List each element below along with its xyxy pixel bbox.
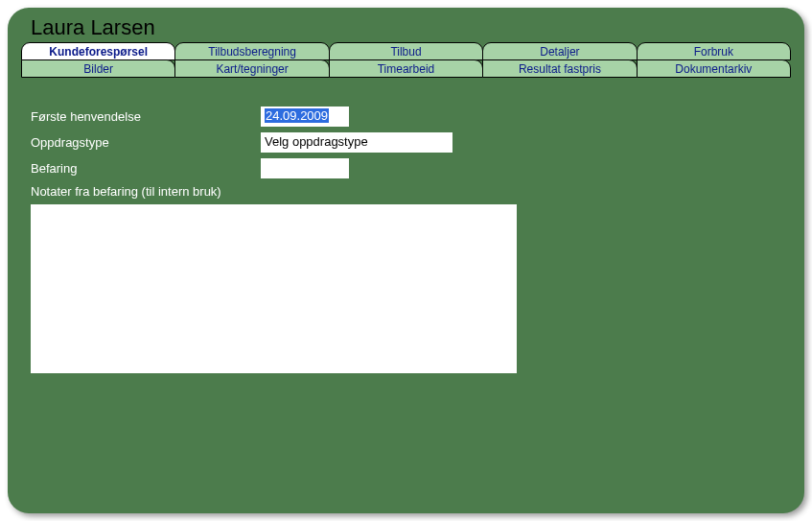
tab-dokumentarkiv[interactable]: Dokumentarkiv [637,59,791,78]
tab-tilbud[interactable]: Tilbud [329,42,483,60]
tabs-container: Kundeforespørsel Tilbudsberegning Tilbud… [8,42,804,78]
tab-row-2: Bilder Kart/tegninger Timearbeid Resulta… [21,59,791,78]
label-notes: Notater fra befaring (til intern bruk) [31,184,781,199]
tab-forbruk[interactable]: Forbruk [637,42,791,60]
label-inspection: Befaring [31,161,261,176]
label-assignment-type: Oppdragstype [31,135,261,150]
input-inspection-date[interactable] [261,158,349,178]
page-title: Laura Larsen [8,15,804,42]
row-assignment-type: Oppdragstype Velg oppdragstype [31,132,781,153]
first-contact-date-value: 24.09.2009 [265,108,329,123]
tab-kundeforesporsel[interactable]: Kundeforespørsel [21,42,175,60]
tab-detaljer[interactable]: Detaljer [482,42,637,60]
form-area: Første henvendelse 24.09.2009 Oppdragsty… [8,78,804,373]
label-first-contact: Første henvendelse [31,109,261,124]
tab-row-1: Kundeforespørsel Tilbudsberegning Tilbud… [21,42,791,60]
tab-timearbeid[interactable]: Timearbeid [329,59,483,78]
input-first-contact-date[interactable]: 24.09.2009 [261,107,349,127]
textarea-notes[interactable] [31,204,517,373]
row-inspection: Befaring [31,158,781,178]
customer-card: Laura Larsen Kundeforespørsel Tilbudsber… [8,8,804,513]
tab-kart-tegninger[interactable]: Kart/tegninger [174,59,329,78]
row-first-contact: Første henvendelse 24.09.2009 [31,107,781,127]
select-assignment-type[interactable]: Velg oppdragstype [261,132,452,153]
tab-bilder[interactable]: Bilder [21,59,175,78]
tab-tilbudsberegning[interactable]: Tilbudsberegning [174,42,329,60]
tab-resultat-fastpris[interactable]: Resultat fastpris [482,59,637,78]
